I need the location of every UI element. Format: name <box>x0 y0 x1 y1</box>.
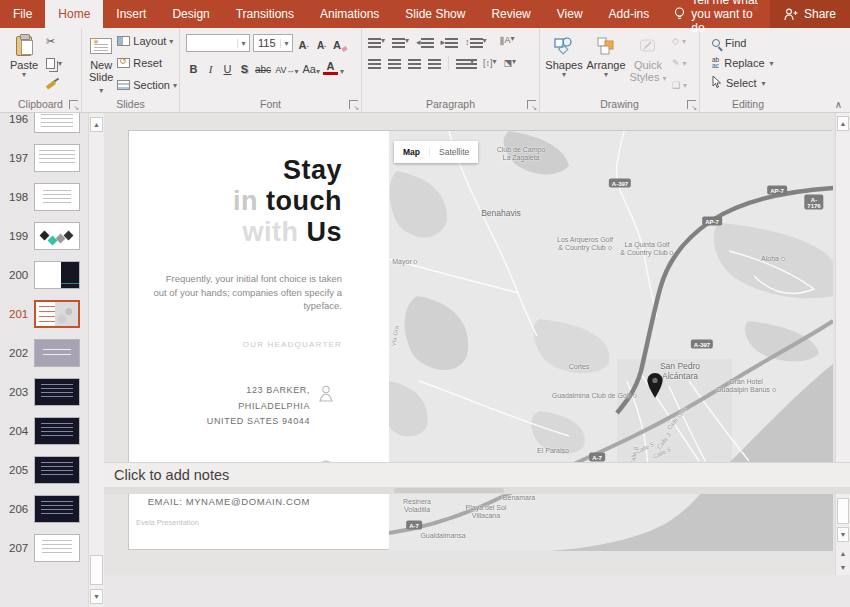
italic-button[interactable]: I <box>203 59 218 75</box>
tab-design[interactable]: Design <box>159 0 222 28</box>
text-shadow-button[interactable]: S <box>237 59 252 75</box>
replace-button[interactable]: abacReplace▾ <box>700 53 796 73</box>
line-spacing-button[interactable]: ↕▾ <box>465 37 487 47</box>
map-type-satellite-button[interactable]: Satellite <box>429 147 478 157</box>
decrease-indent-button[interactable]: ◂ <box>416 37 434 47</box>
align-left-button[interactable] <box>368 58 381 68</box>
section-button[interactable]: Section▾ <box>115 77 179 93</box>
font-size-combobox[interactable]: 115▾ <box>253 34 293 52</box>
thumbnail-scrollbar[interactable]: ▲ ▼ <box>88 113 104 607</box>
grow-font-button[interactable]: Aˆ <box>296 35 311 51</box>
change-case-button[interactable]: Aa▾ <box>301 59 320 75</box>
format-painter-button[interactable] <box>44 77 64 93</box>
paste-button[interactable]: Paste ▾ <box>4 30 44 96</box>
shape-fill-button[interactable]: ◇▾ <box>670 33 689 49</box>
slide-thumbnail-196[interactable]: 196 <box>0 113 88 133</box>
strikethrough-button[interactable]: abc <box>254 59 272 75</box>
increase-indent-button[interactable]: ▸ <box>441 37 459 47</box>
slide-thumbnail-image[interactable] <box>34 339 80 367</box>
collapse-ribbon-button[interactable]: ∧ <box>835 99 842 110</box>
font-dialog-launcher[interactable] <box>349 100 358 109</box>
slide-thumbnail-image[interactable] <box>34 261 80 289</box>
canvas-scrollbar[interactable]: ▲ ▼ ▲ ▼ <box>835 113 850 575</box>
map-type-map-button[interactable]: Map <box>394 147 429 157</box>
thumbnail-scroll-thumb[interactable] <box>90 555 103 585</box>
font-size-dropdown-icon[interactable]: ▾ <box>280 39 292 48</box>
shrink-font-button[interactable]: Aˇ <box>314 35 329 51</box>
layout-button[interactable]: Layout▾ <box>115 33 179 49</box>
slide-title[interactable]: Stay in touch with Us <box>233 155 342 248</box>
slide-thumbnail-image[interactable] <box>34 144 80 172</box>
tab-view[interactable]: View <box>544 0 596 28</box>
align-right-button[interactable] <box>408 58 421 68</box>
slide-thumbnail-201[interactable]: 201 <box>0 300 88 328</box>
columns-button[interactable]: ▾ <box>456 58 474 68</box>
slide-footer-text[interactable]: Evela Presentation <box>136 518 199 527</box>
bullets-button[interactable]: ▾ <box>368 37 385 47</box>
slide-thumbnail-204[interactable]: 204 <box>0 417 88 445</box>
copy-dropdown-icon[interactable]: ▾ <box>58 60 62 67</box>
thumbnail-scroll-up-button[interactable]: ▲ <box>90 117 103 132</box>
canvas-scroll-up-button[interactable]: ▲ <box>837 116 849 131</box>
slide-thumbnail-205[interactable]: 205 <box>0 456 88 484</box>
align-text-button[interactable]: [↕]▾ <box>483 58 497 68</box>
justify-button[interactable] <box>428 58 441 68</box>
slide-thumbnail-image[interactable] <box>34 495 80 523</box>
tab-add-ins[interactable]: Add-ins <box>596 0 663 28</box>
slide-thumbnail-200[interactable]: 200 <box>0 261 88 289</box>
clear-formatting-button[interactable]: A <box>332 35 348 51</box>
tell-me-box[interactable]: Tell me what you want to do <box>662 0 770 28</box>
text-direction-button[interactable]: ⦀A▾ <box>500 35 515 48</box>
arrange-dropdown-icon[interactable]: ▾ <box>604 71 608 78</box>
slide-thumbnail-image[interactable] <box>34 417 80 445</box>
tab-transitions[interactable]: Transitions <box>223 0 307 28</box>
slide-thumbnail-image[interactable] <box>34 183 80 211</box>
location-marker-pin[interactable] <box>647 373 663 403</box>
slide-thumbnail-image[interactable] <box>34 378 80 406</box>
paragraph-dialog-launcher[interactable] <box>527 100 536 109</box>
new-slide-button[interactable]: New Slide ▾ <box>87 30 115 96</box>
share-button[interactable]: Share <box>770 0 850 28</box>
font-name-combobox[interactable]: ▾ <box>186 34 250 52</box>
notes-pane[interactable]: Click to add notes <box>104 462 850 487</box>
clipboard-dialog-launcher[interactable] <box>69 100 78 109</box>
numbering-button[interactable]: ▾ <box>392 37 409 47</box>
tab-file[interactable]: File <box>0 0 45 28</box>
cut-button[interactable]: ✂ <box>44 33 64 49</box>
shape-effects-button[interactable]: ❑▾ <box>670 77 689 93</box>
horizontal-scroll-thumb[interactable] <box>394 488 504 493</box>
drawing-dialog-launcher[interactable] <box>687 100 696 109</box>
select-button[interactable]: Select▾ <box>700 73 796 93</box>
copy-button[interactable]: ▾ <box>44 55 64 71</box>
tab-home[interactable]: Home <box>45 0 103 28</box>
paste-dropdown-icon[interactable]: ▾ <box>22 71 26 78</box>
slide-thumbnail-202[interactable]: 202 <box>0 339 88 367</box>
next-slide-button[interactable]: ▼ <box>837 560 849 575</box>
slide-thumbnail-image[interactable] <box>34 113 80 133</box>
headquarter-label[interactable]: OUR HEADQUARTER <box>243 340 342 349</box>
font-name-dropdown-icon[interactable]: ▾ <box>237 39 249 48</box>
tab-insert[interactable]: Insert <box>103 0 159 28</box>
slide-body-text[interactable]: Frequently, your initial font choice is … <box>152 272 342 313</box>
slide-thumbnail-image[interactable] <box>34 300 80 328</box>
find-button[interactable]: Find <box>700 33 796 53</box>
slide-thumbnail-198[interactable]: 198 <box>0 183 88 211</box>
slide-thumbnail-image[interactable] <box>34 534 80 562</box>
canvas-scroll-thumb[interactable] <box>837 498 849 524</box>
slide-thumbnail-197[interactable]: 197 <box>0 144 88 172</box>
tab-review[interactable]: Review <box>478 0 543 28</box>
align-center-button[interactable] <box>388 58 401 68</box>
shapes-dropdown-icon[interactable]: ▾ <box>562 71 566 78</box>
slide-thumbnail-207[interactable]: 207 <box>0 534 88 562</box>
underline-button[interactable]: U <box>220 59 235 75</box>
convert-smartart-button[interactable]: ⬔▾ <box>504 58 517 68</box>
bold-button[interactable]: B <box>186 59 201 75</box>
shapes-button[interactable]: Shapes ▾ <box>544 30 584 96</box>
slide-thumbnail-image[interactable] <box>34 222 80 250</box>
slide-thumbnail-199[interactable]: 199 <box>0 222 88 250</box>
shape-outline-button[interactable]: ✎▾ <box>670 55 689 71</box>
thumbnail-scroll-down-button[interactable]: ▼ <box>90 589 103 604</box>
slide-thumbnail-206[interactable]: 206 <box>0 495 88 523</box>
quick-styles-button[interactable]: Quick Styles ▾ <box>628 30 668 96</box>
previous-slide-button[interactable]: ▲ <box>837 546 849 561</box>
